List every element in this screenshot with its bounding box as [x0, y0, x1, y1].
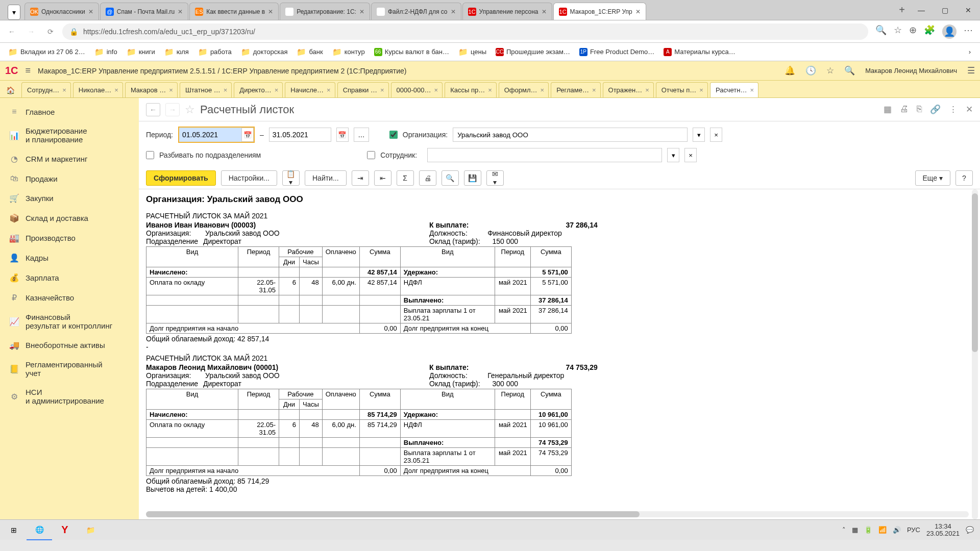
close-icon[interactable]: × — [62, 86, 66, 94]
emp-clear[interactable]: × — [684, 148, 697, 162]
period-dots[interactable]: … — [354, 128, 369, 142]
close-icon[interactable]: × — [224, 86, 228, 94]
yandex-taskbar-icon[interactable]: Y — [52, 520, 78, 540]
sum-icon[interactable]: Σ — [397, 170, 414, 186]
tray-notifications-icon[interactable]: 💬 — [966, 526, 974, 534]
sidebar-item[interactable]: ⚙НСИи администрирование — [0, 383, 139, 410]
app-tab[interactable]: Отражен…× — [603, 82, 654, 97]
generate-button[interactable]: Сформировать — [146, 170, 216, 186]
sidebar-item[interactable]: ₽Казначейство — [0, 288, 139, 308]
bookmark-item[interactable]: 📁юля — [161, 46, 192, 58]
favorite-icon[interactable]: ☆ — [894, 24, 902, 39]
period-to-input[interactable] — [269, 128, 331, 142]
bookmark-item[interactable]: AМатериалы курса… — [660, 46, 738, 58]
period-to-calendar[interactable]: 📅 — [336, 128, 349, 142]
tray-lang[interactable]: РУС — [907, 526, 920, 534]
tray-battery-icon[interactable]: 🔋 — [864, 526, 872, 534]
app-tab[interactable]: Штатное …× — [180, 82, 232, 97]
sidebar-item[interactable]: ≡Главное — [0, 102, 139, 121]
close-icon[interactable]: ✕ — [542, 8, 547, 15]
emp-dropdown[interactable]: ▾ — [667, 148, 679, 162]
browser-tab[interactable]: ))Редактирование: 1С:✕ — [280, 3, 370, 20]
sidebar-item[interactable]: 📊Бюджетированиеи планирование — [0, 121, 139, 149]
link-icon[interactable]: 🔗 — [930, 104, 941, 115]
sidebar-item[interactable]: 💰Зарплата — [0, 268, 139, 288]
app-tab[interactable]: Регламе…× — [551, 82, 600, 97]
app-tab[interactable]: Николае…× — [73, 82, 123, 97]
window-minimize[interactable]: — — [910, 0, 933, 20]
expand-icon[interactable]: ⇥ — [352, 170, 369, 186]
layout-icon[interactable]: ▦ — [884, 104, 892, 115]
tray-wifi-icon[interactable]: 📶 — [878, 526, 887, 534]
tray-icon-1[interactable]: ▦ — [852, 526, 858, 534]
address-bar[interactable]: 🔒 https://edu.1cfresh.com/a/edu_uc1_erp_… — [62, 23, 868, 40]
bookmark-item[interactable]: 📁контур — [329, 46, 368, 58]
close-icon[interactable]: ✕ — [359, 8, 364, 15]
app-tab[interactable]: Расчетн…× — [710, 82, 758, 97]
browser-tab[interactable]: ESКак ввести данные в✕ — [189, 3, 279, 20]
org-checkbox[interactable] — [389, 131, 398, 139]
split-checkbox[interactable] — [146, 151, 154, 159]
profile-avatar[interactable]: 👤 — [942, 24, 957, 39]
sidebar-item[interactable]: 📈Финансовыйрезультат и контроллинг — [0, 308, 139, 335]
find-button[interactable]: Найти... — [305, 170, 347, 186]
close-icon[interactable]: × — [380, 86, 384, 94]
app-tab[interactable]: Отчеты п…× — [656, 82, 708, 97]
tab-actions-button[interactable]: ▾ — [8, 5, 20, 20]
close-page-icon[interactable]: ✕ — [966, 104, 973, 115]
nav-forward[interactable]: → — [165, 103, 180, 116]
help-button[interactable]: ? — [955, 170, 973, 186]
browser-tab[interactable]: ))Файл:2-НДФЛ для со✕ — [371, 3, 461, 20]
vertical-scrollbar[interactable] — [972, 189, 978, 519]
close-icon[interactable]: × — [645, 86, 649, 94]
app-tab[interactable]: Оформл…× — [499, 82, 549, 97]
bookmark-item[interactable]: 1PFree Product Demo… — [576, 46, 657, 58]
home-tab[interactable]: 🏠 — [3, 83, 17, 97]
bookmark-item[interactable]: 66Курсы валют в бан… — [371, 46, 452, 58]
emp-checkbox[interactable] — [367, 151, 375, 159]
close-icon[interactable]: × — [275, 86, 279, 94]
close-icon[interactable]: × — [169, 86, 173, 94]
sidebar-item[interactable]: 👤Кадры — [0, 248, 139, 268]
tray-sound-icon[interactable]: 🔊 — [893, 526, 901, 534]
close-icon[interactable]: × — [699, 86, 703, 94]
bell-icon[interactable]: 🔔 — [785, 65, 795, 76]
settings-button[interactable]: Настройки... — [221, 170, 277, 186]
collapse-icon[interactable]: ⇤ — [374, 170, 391, 186]
close-icon[interactable]: × — [488, 86, 492, 94]
close-icon[interactable]: ✕ — [635, 8, 641, 15]
search-icon[interactable]: 🔍 — [844, 65, 855, 76]
sidebar-item[interactable]: 🚚Внеоборотные активы — [0, 335, 139, 355]
favorite-page-icon[interactable]: ☆ — [185, 103, 195, 116]
close-icon[interactable]: × — [114, 86, 118, 94]
bookmark-item[interactable]: АССАПрошедшие экзам… — [493, 46, 573, 58]
close-icon[interactable]: ✕ — [88, 8, 93, 15]
bookmarks-overflow[interactable]: › — [965, 48, 975, 56]
save-button[interactable]: 💾 — [464, 170, 481, 186]
sidebar-item[interactable]: 📦Склад и доставка — [0, 208, 139, 228]
app-tab[interactable]: Кассы пр…× — [445, 82, 497, 97]
close-icon[interactable]: ✕ — [178, 8, 183, 15]
org-input[interactable] — [453, 128, 688, 142]
sidebar-item[interactable]: 📒Регламентированныйучет — [0, 355, 139, 383]
bookmark-item[interactable]: 📁банк — [293, 46, 326, 58]
taskbar-clock[interactable]: 13:34 23.05.2021 — [926, 523, 960, 537]
tray-chevron[interactable]: ˄ — [842, 526, 846, 534]
period-from-input[interactable] — [179, 128, 241, 142]
variant-button[interactable]: 📋▾ — [282, 170, 300, 186]
app-tab[interactable]: Директо…× — [234, 82, 283, 97]
zoom-icon[interactable]: 🔍 — [875, 24, 887, 39]
close-icon[interactable]: ✕ — [268, 8, 273, 15]
close-icon[interactable]: × — [592, 86, 596, 94]
menu-icon[interactable]: ⋯ — [964, 24, 973, 39]
extension-icon[interactable]: 🧩 — [924, 24, 935, 39]
nav-back[interactable]: ← — [146, 103, 160, 116]
app-tab[interactable]: 0000-000…× — [391, 82, 443, 97]
bookmark-item[interactable]: 📁info — [91, 46, 120, 58]
explorer-taskbar-icon[interactable]: 📁 — [78, 520, 103, 540]
user-menu-icon[interactable]: ☰ — [967, 65, 975, 76]
window-maximize[interactable]: ▢ — [933, 0, 957, 20]
close-icon[interactable]: × — [750, 86, 754, 94]
browser-tab[interactable]: 1CУправление персона✕ — [462, 3, 552, 20]
bookmark-item[interactable]: 📁книги — [124, 46, 158, 58]
